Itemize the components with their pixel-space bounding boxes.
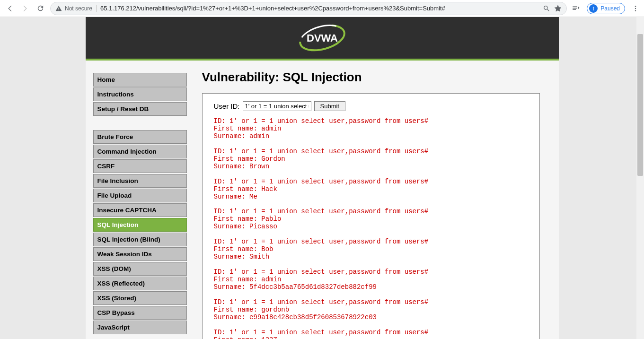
sidebar-item[interactable]: Command Injection <box>93 145 187 158</box>
submit-button[interactable]: Submit <box>314 101 345 111</box>
sidebar-item[interactable]: Brute Force <box>93 130 187 144</box>
sidebar-item[interactable]: XSS (Reflected) <box>93 277 187 290</box>
dvwa-logo: DVWA <box>294 24 351 52</box>
user-id-form: User ID: Submit <box>214 101 528 111</box>
menu-dots-icon[interactable] <box>632 5 639 12</box>
site-header: DVWA <box>86 17 559 59</box>
profile-pill[interactable]: t Paused <box>587 3 625 14</box>
back-button[interactable] <box>5 3 15 14</box>
toolbar-right: t Paused <box>572 3 639 14</box>
sidebar-item[interactable]: JavaScript <box>93 321 187 334</box>
sidebar-item[interactable]: XSS (Stored) <box>93 291 187 305</box>
sidebar-item[interactable]: CSRF <box>93 159 187 173</box>
sidebar-item[interactable]: SQL Injection (Blind) <box>93 233 187 246</box>
reload-button[interactable] <box>35 3 45 14</box>
separator <box>96 5 97 12</box>
warning-icon <box>55 5 62 12</box>
user-id-input[interactable] <box>243 101 311 111</box>
menu-group-1: HomeInstructionsSetup / Reset DB <box>93 73 187 116</box>
sidebar: HomeInstructionsSetup / Reset DB Brute F… <box>86 61 194 339</box>
sidebar-item[interactable]: SQL Injection <box>93 218 187 232</box>
scrollbar-track[interactable] <box>636 17 644 339</box>
sidebar-item[interactable]: XSS (DOM) <box>93 262 187 276</box>
media-icon[interactable] <box>572 4 580 13</box>
sidebar-item[interactable]: CSP Bypass <box>93 306 187 320</box>
main-content: Vulnerability: SQL Injection User ID: Su… <box>194 61 559 339</box>
sidebar-item[interactable]: Weak Session IDs <box>93 247 187 261</box>
scrollbar-thumb[interactable] <box>637 34 643 176</box>
sidebar-item[interactable]: File Inclusion <box>93 174 187 188</box>
security-label: Not secure <box>65 5 92 12</box>
sidebar-item[interactable]: Setup / Reset DB <box>93 102 187 116</box>
page-title: Vulnerability: SQL Injection <box>202 70 540 85</box>
sidebar-item[interactable]: Insecure CAPTCHA <box>93 203 187 217</box>
avatar: t <box>589 4 598 13</box>
svg-point-0 <box>635 6 636 7</box>
svg-text:DVWA: DVWA <box>307 32 338 44</box>
menu-group-2: Brute ForceCommand InjectionCSRFFile Inc… <box>93 130 187 334</box>
url-text: 65.1.176.212/vulnerabilities/sqli/?id=1%… <box>100 5 539 12</box>
results-output: ID: 1' or 1 = 1 union select user,passwo… <box>214 118 528 339</box>
user-id-label: User ID: <box>214 102 240 110</box>
vulnerability-panel: User ID: Submit ID: 1' or 1 = 1 union se… <box>202 93 540 339</box>
zoom-icon[interactable] <box>543 5 550 12</box>
sidebar-item[interactable]: Home <box>93 73 187 87</box>
viewport: DVWA HomeInstructionsSetup / Reset DB Br… <box>0 17 644 339</box>
svg-point-2 <box>635 10 636 11</box>
sidebar-item[interactable]: Instructions <box>93 87 187 101</box>
address-bar[interactable]: Not secure 65.1.176.212/vulnerabilities/… <box>50 2 567 15</box>
page-container: DVWA HomeInstructionsSetup / Reset DB Br… <box>86 17 559 339</box>
paused-label: Paused <box>600 5 620 12</box>
browser-toolbar: Not secure 65.1.176.212/vulnerabilities/… <box>0 0 644 17</box>
security-indicator: Not secure <box>55 5 92 12</box>
sidebar-item[interactable]: File Upload <box>93 189 187 202</box>
svg-point-1 <box>635 8 636 9</box>
forward-button[interactable] <box>20 3 30 14</box>
bookmark-icon[interactable] <box>554 5 562 12</box>
